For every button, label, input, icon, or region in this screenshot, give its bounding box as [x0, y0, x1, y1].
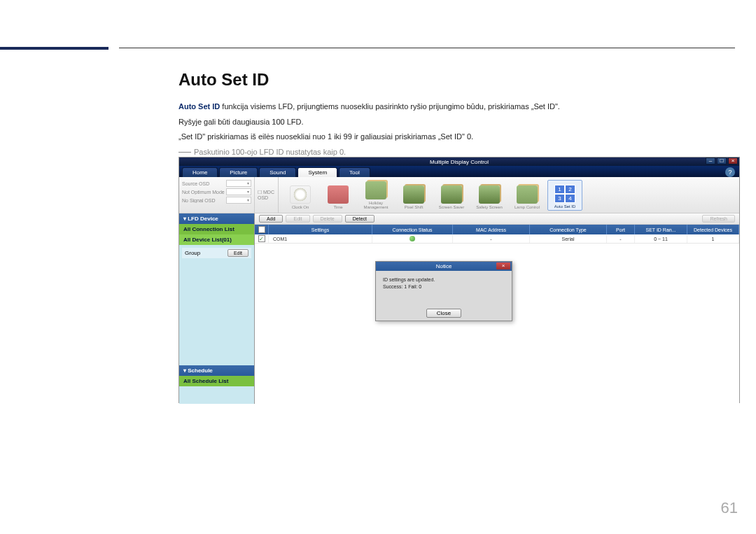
- clock-on-icon[interactable]: Clock On: [283, 180, 318, 211]
- tab-tool[interactable]: Tool: [339, 167, 370, 177]
- safety-screen-icon[interactable]: Safety Screen: [472, 180, 507, 211]
- paragraph-3: „Set ID" priskiriamas iš eilės nuoseklia…: [178, 131, 728, 143]
- paragraph-2: Ryšyje gali būti daugiausia 100 LFD.: [178, 116, 728, 129]
- action-bar: Add Edit Delete Detect Refresh: [255, 213, 739, 225]
- col-connection-type[interactable]: Connection Type: [530, 225, 607, 234]
- osd-row: Not Optimum Mode OSD: [182, 188, 251, 195]
- col-mac[interactable]: MAC Address: [453, 225, 530, 234]
- cell-type: Serial: [530, 234, 607, 243]
- combo-nosignal-osd[interactable]: [226, 197, 251, 204]
- cell-detected: 1: [687, 234, 739, 243]
- sidebar-all-connection[interactable]: All Connection List: [179, 224, 254, 234]
- time-icon[interactable]: Time: [321, 180, 356, 211]
- col-settings[interactable]: Settings: [269, 225, 372, 234]
- sidebar-group-list: Group Edit: [179, 245, 254, 365]
- toolbar-icons: Clock OnTimeHoliday ManagementPixel Shif…: [279, 177, 739, 213]
- delete-button[interactable]: Delete: [313, 215, 342, 223]
- osd-row: Source OSD: [182, 180, 251, 187]
- close-button[interactable]: ×: [728, 157, 738, 164]
- app-titlebar[interactable]: Multiple Display Control – □ ×: [179, 157, 739, 166]
- dialog-line-2: Success: 1 Fail: 0: [383, 283, 505, 290]
- mdc-osd-group: MDC OSD: [255, 177, 279, 213]
- detect-button[interactable]: Detect: [345, 215, 374, 223]
- note-line: Paskutinio 100-ojo LFD ID nustatytas kai…: [178, 148, 728, 156]
- window-controls: – □ ×: [706, 157, 738, 164]
- help-button[interactable]: ?: [725, 167, 735, 177]
- add-button[interactable]: Add: [259, 215, 283, 223]
- tab-system[interactable]: System: [298, 167, 337, 177]
- dialog-close-button[interactable]: Close: [426, 309, 461, 318]
- col-connection-status[interactable]: Connection Status: [372, 225, 453, 234]
- refresh-button[interactable]: Refresh: [702, 215, 735, 223]
- sidebar-lfd-header[interactable]: LFD Device: [179, 213, 254, 224]
- row-checkbox[interactable]: ✓: [258, 235, 265, 242]
- sidebar-all-schedule[interactable]: All Schedule List: [179, 376, 254, 386]
- lamp-control-icon[interactable]: Lamp Control: [510, 180, 545, 211]
- bold-term: Auto Set ID: [178, 102, 220, 111]
- combo-source-osd[interactable]: [226, 180, 251, 187]
- combo-notopt-osd[interactable]: [226, 188, 251, 195]
- pixel-shift-icon[interactable]: Pixel Shift: [396, 180, 431, 211]
- status-dot-icon: [410, 236, 415, 241]
- page-number: 61: [721, 499, 738, 517]
- maximize-button[interactable]: □: [717, 157, 727, 164]
- edit-button[interactable]: Edit: [286, 215, 309, 223]
- document-content: Auto Set ID Auto Set ID funkcija visiems…: [178, 70, 728, 156]
- page-rule: [119, 48, 735, 48]
- dialog-body: ID settings are updated. Success: 1 Fail…: [376, 271, 512, 306]
- cell-port: -: [607, 234, 635, 243]
- app-window: Multiple Display Control – □ × Home Pict…: [178, 157, 740, 403]
- dialog-titlebar[interactable]: Notice ×: [376, 262, 512, 271]
- paragraph-1: Auto Set ID funkcija visiems LFD, prijun…: [178, 101, 728, 113]
- auto-set-id-icon[interactable]: 1234Auto Set ID: [547, 180, 582, 211]
- osd-group: Source OSD Not Optimum Mode OSD No Signa…: [179, 177, 255, 213]
- tab-sound[interactable]: Sound: [259, 167, 296, 177]
- grid-header: Settings Connection Status MAC Address C…: [255, 225, 739, 234]
- cell-settings: COM1: [269, 234, 372, 243]
- main-panel: Add Edit Delete Detect Refresh Settings …: [255, 213, 739, 404]
- table-row[interactable]: ✓ COM1 - Serial - 0 ~ 11 1: [255, 234, 739, 244]
- cell-connection-status: [372, 234, 453, 243]
- notice-dialog: Notice × ID settings are updated. Succes…: [375, 261, 512, 321]
- app-title: Multiple Display Control: [430, 159, 489, 165]
- dialog-footer: Close: [376, 306, 512, 321]
- col-port[interactable]: Port: [607, 225, 635, 234]
- col-detected[interactable]: Detected Devices: [687, 225, 739, 234]
- dialog-line-1: ID settings are updated.: [383, 276, 505, 283]
- osd-row: No Signal OSD: [182, 197, 251, 204]
- sidebar-group-row[interactable]: Group Edit: [182, 248, 251, 258]
- tab-bar: Home Picture Sound System Tool ?: [179, 166, 739, 177]
- page-title: Auto Set ID: [178, 70, 728, 90]
- col-setid-range[interactable]: SET ID Ran...: [635, 225, 687, 234]
- holiday-icon[interactable]: Holiday Management: [358, 180, 393, 211]
- group-edit-button[interactable]: Edit: [227, 249, 248, 257]
- mdc-osd-checkbox[interactable]: MDC OSD: [258, 190, 275, 200]
- cell-range: 0 ~ 11: [635, 234, 687, 243]
- side-accent-bar: [0, 47, 108, 50]
- col-check[interactable]: [255, 225, 269, 234]
- cell-mac: -: [453, 234, 530, 243]
- tab-home[interactable]: Home: [182, 167, 218, 177]
- body-area: LFD Device All Connection List All Devic…: [179, 213, 739, 404]
- sidebar-all-device[interactable]: All Device List(01): [179, 234, 254, 245]
- sidebar-schedule-header[interactable]: Schedule: [179, 365, 254, 376]
- screen-saver-icon[interactable]: Screen Saver: [434, 180, 469, 211]
- sidebar: LFD Device All Connection List All Devic…: [179, 213, 255, 404]
- tab-picture[interactable]: Picture: [219, 167, 258, 177]
- note-dash-icon: [178, 152, 191, 153]
- dialog-close-icon[interactable]: ×: [496, 262, 510, 269]
- toolbar: Source OSD Not Optimum Mode OSD No Signa…: [179, 177, 739, 213]
- minimize-button[interactable]: –: [706, 157, 715, 164]
